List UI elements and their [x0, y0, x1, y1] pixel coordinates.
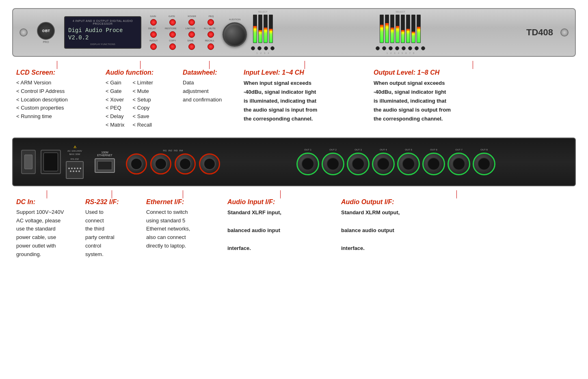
recall-button[interactable] — [208, 43, 214, 50]
output-dot-2 — [382, 46, 386, 50]
logo-area: ⊙BT PRO — [32, 22, 60, 43]
output-dot-6 — [408, 46, 412, 50]
datawheel[interactable] — [223, 22, 247, 47]
lcd-screen: 4 INPUT AND 8 OUTPUT DIGITAL AUDIO PROCE… — [64, 16, 141, 49]
ethernet-annotation: Ethernet I/F: Connect to switch using st… — [142, 190, 223, 259]
xlr-output-5 — [397, 153, 420, 175]
front-section: ⊙BT PRO 4 INPUT AND 8 OUTPUT DIGITAL AUD… — [12, 8, 576, 129]
input-meters-section: SELECT — [251, 11, 275, 54]
lcd-ann-body: < ARM Version < Control IP Address < Loc… — [16, 79, 97, 121]
inout-button[interactable] — [150, 43, 157, 50]
dc-in-body: Support 100V~240V AC voltage, please use… — [16, 208, 77, 259]
audio-output-body: Standard XLRM output, balance audio outp… — [341, 208, 572, 253]
input-meters — [253, 15, 273, 43]
ethernet-port — [95, 158, 115, 173]
datawheel-label: AUDITION — [229, 18, 241, 21]
dc-warning: ⚠ AC 100-240V MAX 30W — [67, 145, 82, 156]
delay-button[interactable] — [150, 31, 157, 38]
datawheel-section: AUDITION — [223, 18, 247, 47]
xlr-output-4 — [372, 153, 395, 175]
ethernet-label: 100METHERNET — [97, 151, 112, 157]
output-dot-7 — [415, 46, 419, 50]
output-dot-5 — [402, 46, 406, 50]
input-level-annotation: Input Level: 1~4 CH When input signal ex… — [240, 61, 370, 129]
xlr-output-8 — [473, 153, 495, 175]
gain-button[interactable] — [150, 19, 157, 26]
audio-input-title: Audio Input I/F: — [227, 198, 333, 206]
audio-func-body: < Gain < Gate < Xover < PEQ < Delay < Ma… — [106, 79, 175, 129]
restore-button[interactable] — [169, 31, 176, 38]
output-meter-3 — [390, 15, 394, 43]
xlr-input-4 — [199, 153, 220, 174]
output-meter-7 — [411, 15, 415, 43]
front-panel: ⊙BT PRO 4 INPUT AND 8 OUTPUT DIGITAL AUD… — [12, 8, 576, 57]
xlr-input-3 — [175, 153, 196, 174]
ethernet-ann-title: Ethernet I/F: — [146, 198, 219, 206]
rs232-ann-body: Used to connect the third party central … — [85, 208, 138, 259]
audio-output-annotation: Audio Output I/F: Standard XLRM output, … — [337, 190, 576, 259]
back-section: ⚠ AC 100-240V MAX 30W RS-232 — [12, 138, 576, 259]
all-mute-button[interactable] — [208, 31, 214, 38]
ethernet-section: 100METHERNET — [89, 151, 121, 173]
xlr-output-7 — [447, 153, 470, 175]
buttons-section: GAIN GATE XOVER PEQ DELAY RESTORE — [145, 15, 218, 50]
audio-output-title: Audio Output I/F: — [341, 198, 572, 206]
input-meter-2 — [258, 15, 262, 43]
lcd-annotation: LCD Screen: < ARM Version < Control IP A… — [12, 61, 102, 129]
mount-screw-right — [560, 28, 569, 37]
dc-in-annotation: DC In: Support 100V~240V AC voltage, ple… — [12, 190, 81, 259]
xlr-inputs — [126, 153, 220, 174]
brand-logo: ⊙BT — [37, 22, 55, 40]
audio-input-body: Standard XLRF input, balanced audio inpu… — [227, 208, 333, 253]
input-dot-2 — [257, 46, 262, 50]
input-dot-3 — [264, 46, 268, 50]
output-meters-section: SELECT — [279, 11, 522, 54]
output-meter-6 — [406, 15, 410, 43]
audio-input-annotation: Audio Input I/F: Standard XLRF input, ba… — [223, 190, 337, 259]
save-button[interactable] — [188, 43, 195, 50]
xlr-output-2 — [322, 153, 344, 175]
copy-button[interactable] — [169, 43, 176, 50]
input-dot-1 — [251, 46, 255, 50]
xlr-output-3 — [347, 153, 370, 175]
xover-button[interactable] — [188, 19, 195, 26]
input-level-title: Input Level: 1~4 CH — [244, 69, 365, 76]
rs232-ann-title: RS-232 I/F: — [85, 198, 138, 206]
main-container: ⊙BT PRO 4 INPUT AND 8 OUTPUT DIGITAL AUD… — [0, 0, 588, 269]
dc-in-title: DC In: — [16, 198, 77, 206]
input-dot-4 — [270, 46, 275, 50]
lcd-title: 4 INPUT AND 8 OUTPUT DIGITAL AUDIO PROCE… — [68, 19, 137, 25]
audio-func-title: Audio function: — [106, 69, 175, 76]
annotations-bottom: DC In: Support 100V~240V AC voltage, ple… — [12, 186, 576, 259]
xlr-output-6 — [422, 153, 445, 175]
power-switch[interactable] — [21, 150, 36, 174]
output-level-body: When output signal exceeds -40dBu, signa… — [374, 79, 572, 123]
xlr-output-area: OUT 1 OUT 2 OUT 3 OUT 4 OUT 5 OUT 6 OUT … — [225, 149, 567, 175]
peq-button[interactable] — [208, 19, 214, 26]
xlr-input-2 — [150, 153, 171, 174]
annotations-top: LCD Screen: < ARM Version < Control IP A… — [12, 57, 576, 129]
output-dot-8 — [421, 46, 425, 50]
output-meter-4 — [396, 15, 400, 43]
brand-label: PRO — [43, 41, 49, 43]
input-level-body: When input signal exceeds -40dBu, signal… — [244, 79, 365, 123]
datawheel-ann-title: Datawheel: — [183, 69, 236, 76]
output-meter-5 — [401, 15, 405, 43]
datawheel-annotation: Datawheel: Data adjustment and confirmat… — [179, 61, 240, 129]
output-level-annotation: Output Level: 1~8 CH When output signal … — [370, 61, 576, 129]
output-dot-3 — [389, 46, 393, 50]
xlr-input-1 — [126, 153, 147, 174]
rs232-connector — [66, 161, 84, 179]
ac-inlet — [41, 150, 61, 174]
model-name: TD408 — [526, 27, 556, 38]
output-dot-1 — [376, 46, 380, 50]
rs232-label-top: RS-232 — [71, 158, 79, 160]
mount-screw-left — [19, 28, 28, 37]
xlr-outputs — [296, 153, 495, 175]
output-level-title: Output Level: 1~8 CH — [374, 69, 572, 76]
gate-button[interactable] — [169, 19, 176, 26]
limiter-button[interactable] — [188, 31, 195, 38]
audio-function-annotation: Audio function: < Gain < Gate < Xover < … — [102, 61, 179, 129]
xlr-input-area: IN1 IN2 IN3 IN4 — [126, 149, 220, 174]
dc-area: ⚠ AC 100-240V MAX 30W RS-232 — [66, 145, 84, 179]
